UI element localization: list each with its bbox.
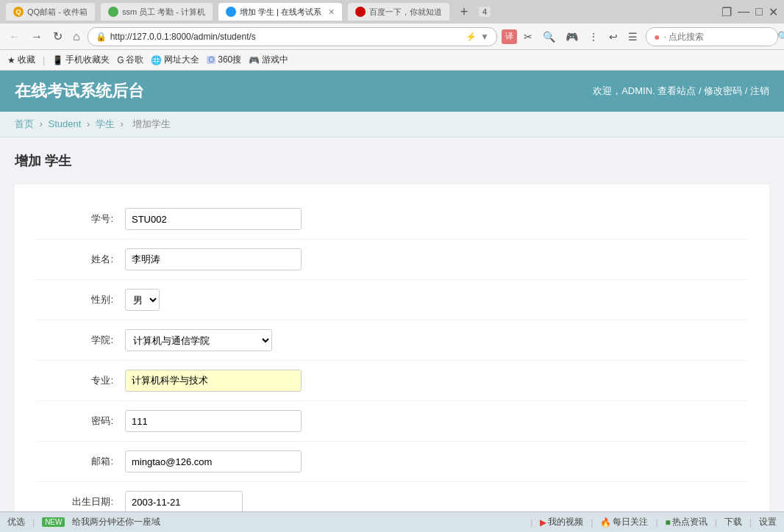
bookmark-label-games: 游戏中 — [262, 54, 288, 66]
menu-button[interactable]: ☰ — [624, 29, 641, 44]
form-row-password: 密码: — [37, 401, 747, 442]
page-title: 增加 学生 — [15, 152, 769, 170]
tab-favicon-ssm — [108, 7, 118, 17]
tab-label-add: 增加 学生 | 在线考试系 — [240, 7, 321, 18]
field-college: 计算机与通信学院 经济管理学院 理学院 — [125, 329, 747, 351]
bookmark-divider-1: | — [43, 55, 45, 65]
input-student-id[interactable] — [125, 208, 302, 230]
status-settings: 设置 — [759, 516, 777, 528]
form-row-major: 专业: — [37, 361, 747, 401]
input-email[interactable] — [125, 450, 302, 472]
admin-header: 在线考试系统后台 欢迎，ADMIN. 查看站点 / 修改密码 / 注销 — [0, 71, 784, 112]
tab-add-student[interactable]: 增加 学生 | 在线考试系 ✕ — [218, 3, 342, 21]
change-password-link[interactable]: 修改密码 — [704, 85, 742, 96]
status-daily: 🔥 每日关注 — [600, 516, 648, 528]
360-icon: O — [207, 56, 215, 64]
google-icon: G — [117, 55, 124, 65]
tab-favicon-baidu — [355, 7, 366, 17]
view-site-link[interactable]: 查看站点 — [658, 85, 696, 96]
tab-count: 4 — [479, 7, 491, 17]
input-birthdate[interactable] — [125, 491, 243, 513]
field-gender: 男 女 — [125, 289, 747, 311]
grid-button[interactable]: ⋮ — [585, 29, 602, 44]
bookmark-google[interactable]: G 谷歌 — [117, 54, 143, 66]
status-download: 下载 — [724, 516, 742, 528]
breadcrumb-students[interactable]: 学生 — [96, 118, 115, 129]
page-content: 在线考试系统后台 欢迎，ADMIN. 查看站点 / 修改密码 / 注销 首页 ›… — [0, 71, 784, 532]
tab-label-baidu: 百度一下，你就知道 — [369, 7, 442, 18]
breadcrumb: 首页 › Student › 学生 › 增加学生 — [0, 112, 784, 137]
input-name[interactable] — [125, 248, 302, 270]
mobile-icon: 📱 — [52, 55, 63, 65]
breadcrumb-home[interactable]: 首页 — [15, 118, 34, 129]
breadcrumb-sep-2: › — [87, 118, 93, 129]
forward-button[interactable]: → — [28, 29, 46, 45]
input-password[interactable] — [125, 410, 302, 432]
tab-ssm[interactable]: ssm 员工 考勤 - 计算机 — [101, 3, 213, 21]
dropdown-icon[interactable]: ▼ — [480, 32, 489, 42]
label-email: 邮箱: — [37, 455, 125, 468]
video-icon: ▶ — [540, 517, 546, 528]
status-divider-1: | — [32, 517, 35, 528]
home-button[interactable]: ⌂ — [70, 29, 83, 45]
status-video: ▶ 我的视频 — [540, 516, 583, 528]
search-input[interactable] — [663, 32, 774, 42]
header-user-info: 欢迎，ADMIN. 查看站点 / 修改密码 / 注销 — [593, 85, 769, 98]
tab-qq[interactable]: Q QQ邮箱 - 收件箱 — [6, 3, 95, 21]
restore-button[interactable]: ❐ — [721, 5, 732, 19]
label-gender: 性别: — [37, 293, 125, 306]
form-row-gender: 性别: 男 女 — [37, 280, 747, 320]
status-youxuan: 优选 — [7, 516, 25, 528]
welcome-text: 欢迎，ADMIN. — [593, 85, 655, 96]
logout-link[interactable]: 注销 — [750, 85, 769, 96]
lightning-icon: ⚡ — [466, 32, 477, 42]
fire-icon: 🔥 — [600, 517, 611, 528]
form-row-name: 姓名: — [37, 240, 747, 280]
undo-button[interactable]: ↩ — [605, 29, 621, 44]
new-tab-button[interactable]: + — [455, 3, 473, 21]
tab-close-add[interactable]: ✕ — [328, 7, 335, 17]
status-ad-text: 给我两分钟还你一座域 — [72, 516, 160, 528]
translate-button[interactable]: 译 — [502, 29, 517, 44]
url-input[interactable] — [110, 32, 462, 42]
form-container: 学号: 姓名: 性别: 男 — [15, 184, 769, 532]
status-divider-2: | — [530, 517, 532, 528]
address-bar[interactable]: 🔒 ⚡ ▼ — [88, 27, 497, 46]
bookmark-games[interactable]: 🎮 游戏中 — [249, 54, 288, 66]
form-row-student-id: 学号: — [37, 199, 747, 240]
select-college[interactable]: 计算机与通信学院 经济管理学院 理学院 — [125, 329, 272, 351]
wangzhi-icon: 🌐 — [151, 55, 162, 65]
select-gender[interactable]: 男 女 — [125, 289, 160, 311]
game-button[interactable]: 🎮 — [562, 29, 582, 44]
label-student-id: 学号: — [37, 212, 125, 226]
bookmark-favorites[interactable]: ★ 收藏 — [7, 54, 35, 66]
form-row-email: 邮箱: — [37, 442, 747, 482]
field-major — [125, 370, 747, 392]
scissors-button[interactable]: ✂ — [520, 29, 536, 44]
tab-baidu[interactable]: 百度一下，你就知道 — [348, 3, 449, 21]
label-birthdate: 出生日期: — [37, 495, 125, 508]
breadcrumb-student[interactable]: Student — [49, 118, 82, 129]
bookmark-360[interactable]: O 360搜 — [207, 54, 241, 66]
label-college: 学院: — [37, 334, 125, 347]
header-sep-2: / — [745, 85, 750, 96]
minimize-button[interactable]: — — [738, 5, 749, 19]
bookmark-mobile[interactable]: 📱 手机收藏夹 — [52, 54, 110, 66]
search-dot-icon: ● — [654, 31, 660, 43]
search-button[interactable]: 🔍 — [539, 29, 559, 44]
bookmark-wangzhi[interactable]: 🌐 网址大全 — [151, 54, 199, 66]
input-major[interactable] — [125, 370, 302, 392]
breadcrumb-current: 增加学生 — [132, 118, 171, 129]
main-area: 增加 学生 学号: 姓名: 性别: — [0, 137, 784, 532]
search-icon[interactable]: 🔍 — [777, 31, 784, 42]
maximize-button[interactable]: □ — [755, 5, 763, 19]
close-button[interactable]: ✕ — [769, 5, 778, 19]
refresh-button[interactable]: ↻ — [50, 28, 65, 45]
site-title: 在线考试系统后台 — [15, 80, 144, 102]
status-bar: 优选 | NEW 给我两分钟还你一座域 | ▶ 我的视频 | 🔥 每日关注 | … — [0, 511, 784, 532]
status-divider-4: | — [655, 517, 658, 528]
bookmark-label-mobile: 手机收藏夹 — [65, 54, 110, 66]
search-bar[interactable]: ● 🔍 — [646, 27, 778, 46]
back-button[interactable]: ← — [6, 29, 24, 45]
status-hot: ■ 热点资讯 — [666, 516, 708, 528]
